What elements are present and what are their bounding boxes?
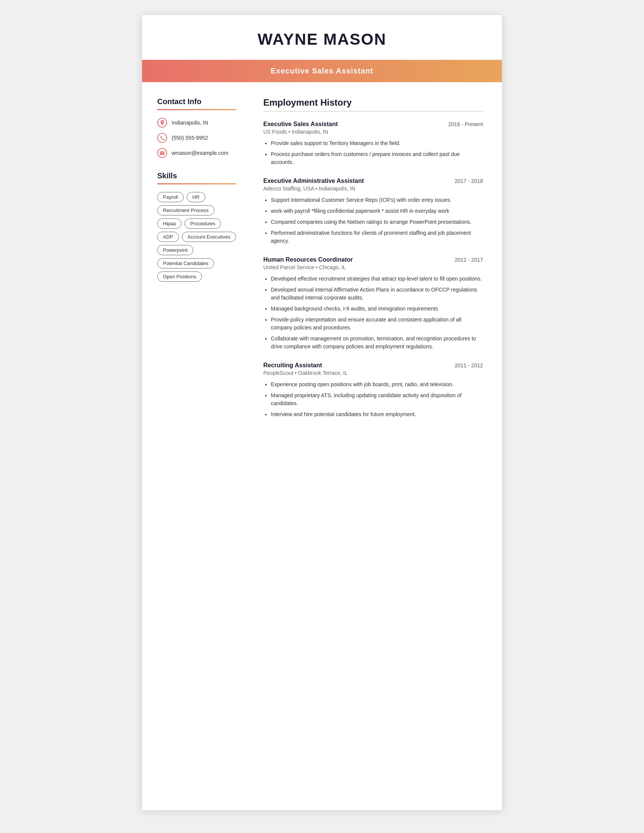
job-bullet: Interview and hire potential candidates …: [271, 410, 483, 418]
job-bullet: Managed proprietary ATS, including updat…: [271, 391, 483, 407]
candidate-name: WAYNE MASON: [165, 30, 479, 48]
contact-divider: [157, 109, 237, 110]
job-bullet: Process purchase orders from customers /…: [271, 150, 483, 166]
email-icon: [157, 148, 167, 158]
skill-tag: Open Positions: [157, 272, 202, 282]
job-bullet: Managed background checks, I-9 audits, a…: [271, 305, 483, 313]
job-bullet: Performed administrative functions for c…: [271, 229, 483, 245]
jobs-container: Executive Sales Assistant2018 - PresentU…: [263, 121, 483, 418]
job-header: Recruiting Assistant2011 - 2012: [263, 362, 483, 369]
job-entry: Executive Sales Assistant2018 - PresentU…: [263, 121, 483, 166]
sidebar: Contact Info Indianapolis, IN: [142, 82, 248, 445]
job-bullet: Collaborate with management on promotion…: [271, 335, 483, 351]
skills-tags-container: PayrollHRRecruitment ProcessHipaaProcedu…: [157, 192, 237, 282]
skill-tag: HR: [187, 192, 205, 202]
job-dates: 2017 - 2018: [455, 178, 483, 184]
job-title: Recruiting Assistant: [263, 362, 322, 369]
skills-divider: [157, 183, 237, 184]
job-entry: Recruiting Assistant2011 - 2012PeopleSco…: [263, 362, 483, 418]
contact-section-title: Contact Info: [157, 97, 237, 106]
job-entry: Human Resources Coordinator2012 - 2017Un…: [263, 256, 483, 351]
location-icon: [157, 118, 167, 128]
phone-icon: [157, 133, 167, 143]
job-bullet: Compared companies using the Nielsen rat…: [271, 218, 483, 226]
employment-divider: [263, 111, 483, 112]
job-dates: 2011 - 2012: [455, 362, 483, 368]
contact-email: wmason@example.com: [157, 148, 237, 158]
title-bar: Executive Sales Assistant: [142, 60, 502, 82]
skill-tag: Account Executives: [182, 232, 236, 242]
skill-tag: Recruitment Process: [157, 205, 214, 215]
header-section: WAYNE MASON: [142, 15, 502, 56]
skill-tag: Powerpoint: [157, 245, 193, 255]
skill-tag: Procedures: [185, 219, 221, 229]
job-bullet: Provide sales support to Territory Manag…: [271, 139, 483, 147]
job-header: Executive Administrative Assistant2017 -…: [263, 178, 483, 184]
location-text: Indianapolis, IN: [172, 120, 208, 126]
contact-phone: (550) 555-9952: [157, 133, 237, 143]
resume-container: WAYNE MASON Executive Sales Assistant Co…: [142, 15, 502, 810]
job-dates: 2018 - Present: [448, 121, 483, 127]
skill-tag: Payroll: [157, 192, 184, 202]
job-bullets: Provide sales support to Territory Manag…: [263, 139, 483, 166]
job-bullets: Developed effective recruitment strategi…: [263, 275, 483, 351]
body-section: Contact Info Indianapolis, IN: [142, 82, 502, 445]
main-content: Employment History Executive Sales Assis…: [248, 82, 502, 445]
contact-location: Indianapolis, IN: [157, 118, 237, 128]
job-company: US Foods • Indianapolis, IN: [263, 129, 483, 135]
job-company: Adecco Staffing, USA • Indianapolis, IN: [263, 185, 483, 191]
job-header: Executive Sales Assistant2018 - Present: [263, 121, 483, 128]
job-company: United Parcel Service • Chicago, IL: [263, 264, 483, 270]
contact-section: Contact Info Indianapolis, IN: [157, 97, 237, 158]
job-entry: Executive Administrative Assistant2017 -…: [263, 178, 483, 245]
phone-text: (550) 555-9952: [172, 135, 208, 141]
job-bullet: Provide policy interpretation and ensure…: [271, 316, 483, 332]
employment-section-title: Employment History: [263, 97, 483, 108]
job-bullet: Experience posting open positions with j…: [271, 381, 483, 389]
job-title: Human Resources Coordinator: [263, 256, 353, 263]
job-company: PeopleScout • Oakbrook Terrace, IL: [263, 370, 483, 376]
candidate-title: Executive Sales Assistant: [270, 67, 373, 75]
skills-section-title: Skills: [157, 172, 237, 180]
job-bullet: Developed effective recruitment strategi…: [271, 275, 483, 283]
job-bullets: Experience posting open positions with j…: [263, 381, 483, 418]
job-header: Human Resources Coordinator2012 - 2017: [263, 256, 483, 263]
skill-tag: Potential Candidates: [157, 258, 214, 269]
job-title: Executive Sales Assistant: [263, 121, 338, 128]
job-bullet: Support International Customer Service R…: [271, 196, 483, 204]
job-bullet: work with payroll *filling confidential …: [271, 207, 483, 215]
job-title: Executive Administrative Assistant: [263, 178, 364, 184]
email-text: wmason@example.com: [172, 150, 229, 156]
job-dates: 2012 - 2017: [455, 257, 483, 263]
skill-tag: Hipaa: [157, 219, 182, 229]
job-bullets: Support International Customer Service R…: [263, 196, 483, 245]
skill-tag: ADP: [157, 232, 179, 242]
skills-section: Skills PayrollHRRecruitment ProcessHipaa…: [157, 172, 237, 282]
job-bullet: Developed annual internal Affirmative Ac…: [271, 286, 483, 302]
